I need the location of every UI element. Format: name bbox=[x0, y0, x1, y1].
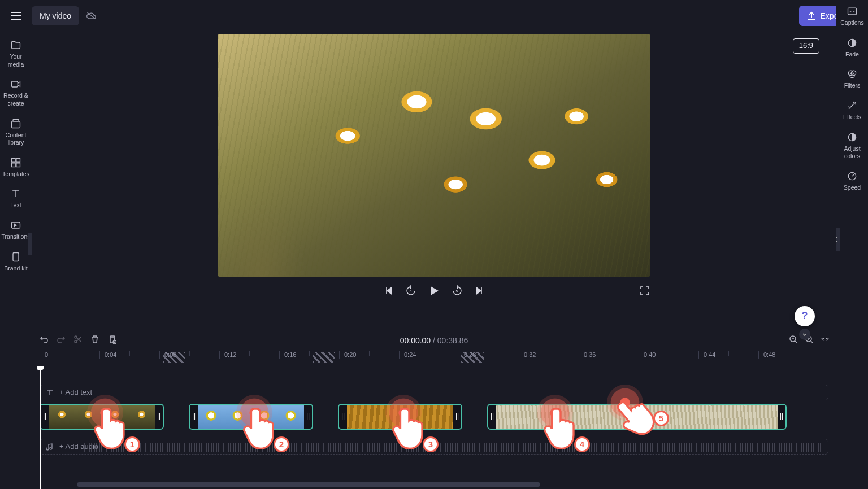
clip-trim-left[interactable]: || bbox=[41, 405, 49, 429]
sidebar-label: Transitions bbox=[2, 233, 31, 241]
aspect-ratio-button[interactable]: 16:9 bbox=[793, 38, 819, 54]
ruler-tick: 0:36 bbox=[579, 351, 596, 359]
sidebar-label: Adjust colors bbox=[837, 145, 867, 160]
sidebar-item-captions[interactable]: Captions bbox=[837, 6, 867, 27]
skip-forward-button[interactable] bbox=[474, 286, 484, 296]
ruler-minor-tick bbox=[249, 351, 252, 356]
sidebar-label: Record & create bbox=[1, 92, 31, 107]
svg-rect-2 bbox=[13, 119, 19, 121]
help-button[interactable]: ? bbox=[795, 306, 815, 326]
ruler-minor-tick bbox=[429, 351, 432, 356]
sidebar-item-filters[interactable]: Filters bbox=[837, 68, 867, 90]
duplicate-button[interactable] bbox=[107, 335, 116, 344]
gap-indicator bbox=[313, 352, 335, 363]
video-track[interactable]: || || || || || || Pampas grass || bbox=[40, 404, 828, 433]
sidebar-item-fade[interactable]: Fade bbox=[837, 37, 867, 59]
sidebar-item-content-library[interactable]: Content library bbox=[1, 118, 31, 147]
sidebar-label: Content library bbox=[1, 132, 31, 147]
ruler-minor-tick bbox=[669, 351, 671, 356]
clip-trim-right[interactable]: || bbox=[155, 405, 163, 429]
ruler-tick: 0:32 bbox=[519, 351, 536, 359]
sidebar-item-record-create[interactable]: Record & create bbox=[1, 78, 31, 107]
ruler-minor-tick bbox=[549, 351, 552, 356]
ruler-tick: 0 bbox=[40, 351, 48, 359]
svg-point-18 bbox=[75, 336, 77, 338]
sidebar-item-speed[interactable]: Speed bbox=[837, 171, 867, 192]
sidebar-item-effects[interactable]: Effects bbox=[837, 100, 867, 121]
ruler-tick: 0:12 bbox=[219, 351, 236, 359]
video-clip-3[interactable]: || || bbox=[338, 404, 462, 430]
ruler-tick: 0:28 bbox=[459, 351, 476, 359]
svg-rect-3 bbox=[12, 158, 16, 162]
sidebar-item-text[interactable]: Text bbox=[1, 188, 31, 209]
clip-trim-right[interactable]: || bbox=[304, 405, 312, 429]
forward-5-button[interactable]: 5 bbox=[452, 285, 463, 296]
clip-trim-left[interactable]: || bbox=[339, 405, 347, 429]
ruler-minor-tick bbox=[129, 351, 132, 356]
ruler-tick: 0:24 bbox=[399, 351, 416, 359]
sidebar-label: Text bbox=[10, 202, 21, 209]
audio-track-placeholder[interactable]: + Add audio bbox=[40, 439, 828, 455]
svg-rect-9 bbox=[848, 8, 857, 15]
video-clip-2[interactable]: || || bbox=[189, 404, 313, 430]
svg-rect-6 bbox=[16, 163, 20, 167]
clip-trim-right[interactable]: || bbox=[778, 405, 785, 429]
sidebar-label: Filters bbox=[844, 82, 861, 90]
sidebar-label: Brand kit bbox=[4, 265, 27, 273]
ruler-tick: 0:08 bbox=[159, 351, 176, 359]
sidebar-item-transitions[interactable]: Transitions bbox=[1, 220, 31, 241]
sidebar-item-templates[interactable]: Templates bbox=[1, 157, 31, 178]
ruler-tick: 0:20 bbox=[339, 351, 356, 359]
sidebar-item-adjust-colors[interactable]: Adjust colors bbox=[837, 132, 867, 160]
ruler-tick: 0:16 bbox=[279, 351, 296, 359]
play-button[interactable] bbox=[428, 285, 440, 297]
timeline-timecode: 00:00.00 / 00:38.86 bbox=[400, 335, 468, 346]
svg-rect-1 bbox=[12, 121, 20, 128]
sidebar-label: Effects bbox=[843, 113, 861, 121]
ruler-minor-tick bbox=[369, 351, 372, 356]
ruler-tick: 0:40 bbox=[639, 351, 656, 359]
project-title[interactable]: My video bbox=[32, 6, 79, 25]
cloud-sync-off-icon bbox=[86, 11, 97, 20]
sidebar-label: Captions bbox=[840, 19, 863, 27]
menu-button[interactable] bbox=[7, 7, 25, 25]
video-preview[interactable] bbox=[218, 34, 650, 277]
sidebar-label: Fade bbox=[845, 51, 859, 59]
undo-button[interactable] bbox=[40, 335, 49, 344]
sidebar-item-your-media[interactable]: Your media bbox=[1, 40, 31, 68]
ruler-minor-tick bbox=[609, 351, 611, 356]
ruler-tick: 0:44 bbox=[698, 351, 715, 359]
video-clip-4[interactable]: Pampas grass || || bbox=[487, 404, 787, 430]
svg-rect-5 bbox=[12, 163, 16, 167]
sidebar-label: Speed bbox=[844, 184, 861, 192]
svg-point-19 bbox=[75, 340, 77, 343]
fullscreen-button[interactable] bbox=[640, 286, 650, 296]
video-clip-1[interactable]: || || bbox=[40, 404, 164, 430]
clip-trim-left[interactable]: || bbox=[488, 405, 496, 429]
svg-rect-8 bbox=[13, 252, 19, 261]
ruler-tick: 0:04 bbox=[99, 351, 116, 359]
text-track-placeholder[interactable]: + Add text bbox=[40, 385, 828, 400]
collapse-help-button[interactable] bbox=[799, 329, 810, 340]
redo-button[interactable] bbox=[57, 335, 66, 344]
ruler-tick: 0:48 bbox=[758, 351, 775, 359]
clip-trim-left[interactable]: || bbox=[190, 405, 198, 429]
rewind-5-button[interactable]: 5 bbox=[405, 285, 416, 296]
skip-back-button[interactable] bbox=[384, 286, 394, 296]
fit-timeline-button[interactable] bbox=[821, 335, 830, 344]
clip-trim-right[interactable]: || bbox=[453, 405, 461, 429]
sidebar-item-brand-kit[interactable]: Brand kit bbox=[1, 251, 31, 273]
timeline-ruler[interactable]: 00:040:080:120:160:200:240:280:320:360:4… bbox=[32, 351, 836, 366]
split-button[interactable] bbox=[73, 335, 83, 344]
sidebar-label: Your media bbox=[1, 53, 31, 68]
playhead[interactable] bbox=[40, 366, 41, 489]
svg-rect-0 bbox=[12, 81, 18, 87]
ruler-minor-tick bbox=[728, 351, 731, 356]
timeline-scrollbar[interactable] bbox=[77, 482, 540, 487]
zoom-out-button[interactable] bbox=[789, 335, 798, 344]
delete-button[interactable] bbox=[90, 335, 99, 344]
ruler-minor-tick bbox=[489, 351, 492, 356]
sidebar-label: Templates bbox=[2, 171, 29, 178]
svg-rect-4 bbox=[16, 158, 20, 162]
ruler-minor-tick bbox=[189, 351, 192, 356]
